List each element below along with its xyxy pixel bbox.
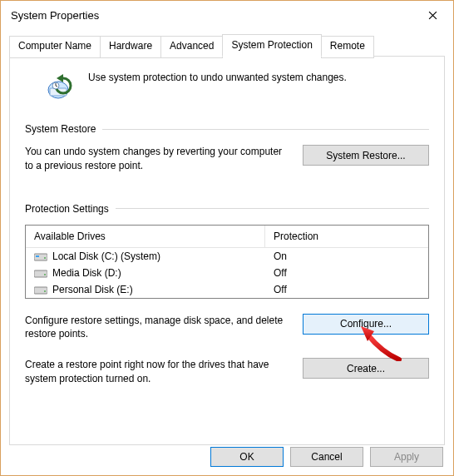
apply-button[interactable]: Apply: [370, 447, 443, 467]
svg-rect-4: [36, 255, 39, 257]
tab-system-protection[interactable]: System Protection: [222, 34, 321, 57]
cancel-button[interactable]: Cancel: [290, 447, 363, 467]
divider: [102, 129, 429, 130]
drive-icon: [34, 251, 47, 261]
col-available-drives[interactable]: Available Drives: [26, 226, 265, 248]
drive-protection: On: [274, 250, 287, 262]
drive-name: Media Disk (D:): [52, 267, 121, 279]
svg-point-5: [44, 257, 46, 259]
drive-name: Personal Disk (E:): [52, 284, 133, 295]
svg-point-9: [44, 290, 46, 292]
table-row[interactable]: Local Disk (C:) (System) On: [26, 248, 428, 265]
configure-row: Configure restore settings, manage disk …: [25, 314, 429, 342]
tab-advanced[interactable]: Advanced: [160, 36, 223, 58]
drive-protection: Off: [274, 267, 287, 279]
svg-point-7: [44, 274, 46, 275]
intro-text: Use system protection to undo unwanted s…: [88, 72, 347, 83]
system-restore-button[interactable]: System Restore...: [303, 145, 429, 166]
configure-text: Configure restore settings, manage disk …: [25, 314, 289, 342]
drive-name: Local Disk (C:) (System): [52, 250, 160, 262]
col-protection[interactable]: Protection: [265, 226, 428, 248]
dialog-footer: OK Cancel Apply: [210, 447, 443, 467]
section-system-restore: System Restore: [25, 123, 429, 135]
close-button[interactable]: [415, 3, 450, 27]
create-text: Create a restore point right now for the…: [25, 358, 289, 386]
window-title: System Properties: [11, 9, 415, 22]
create-row: Create a restore point right now for the…: [25, 358, 429, 386]
configure-button[interactable]: Configure...: [303, 314, 429, 335]
table-row[interactable]: Media Disk (D:) Off: [26, 265, 428, 281]
system-properties-window: System Properties Computer Name Hardware…: [0, 0, 454, 476]
drives-table: Available Drives Protection Local Disk (…: [25, 225, 429, 299]
divider: [116, 208, 429, 209]
tab-panel: Use system protection to undo unwanted s…: [9, 56, 445, 445]
table-row[interactable]: Personal Disk (E:) Off: [26, 281, 428, 298]
restore-row: You can undo system changes by reverting…: [25, 145, 429, 173]
tab-computer-name[interactable]: Computer Name: [9, 36, 101, 58]
tabstrip: Computer Name Hardware Advanced System P…: [9, 34, 445, 57]
section-label: System Restore: [25, 123, 102, 135]
titlebar: System Properties: [1, 1, 453, 29]
create-button[interactable]: Create...: [303, 358, 429, 379]
svg-rect-6: [34, 270, 47, 277]
drive-icon: [34, 285, 47, 295]
drive-icon: [34, 268, 47, 278]
intro-row: Use system protection to undo unwanted s…: [25, 68, 429, 105]
ok-button[interactable]: OK: [210, 447, 284, 467]
restore-shield-icon: [45, 72, 78, 100]
close-icon: [428, 11, 437, 20]
section-label: Protection Settings: [25, 203, 116, 215]
table-body: Local Disk (C:) (System) On Media Disk (…: [26, 248, 428, 298]
restore-text: You can undo system changes by reverting…: [25, 145, 289, 173]
dialog-body: Computer Name Hardware Advanced System P…: [1, 29, 453, 445]
tab-hardware[interactable]: Hardware: [100, 36, 161, 58]
section-protection-settings: Protection Settings: [25, 203, 429, 215]
drive-protection: Off: [274, 284, 287, 295]
tab-remote[interactable]: Remote: [321, 36, 374, 58]
svg-rect-8: [34, 287, 47, 294]
table-header: Available Drives Protection: [26, 226, 428, 248]
